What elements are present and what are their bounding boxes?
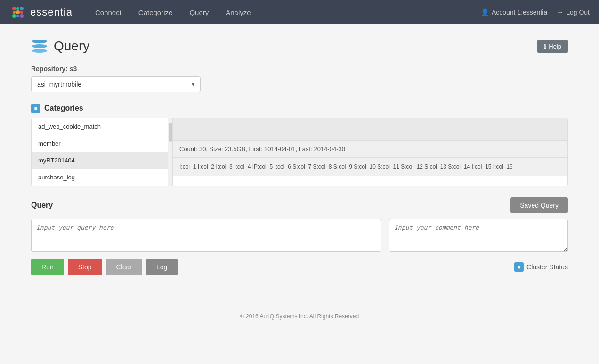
category-item-active[interactable]: myRT201404 xyxy=(32,152,172,169)
help-button[interactable]: ℹ Help xyxy=(537,40,568,53)
database-icon xyxy=(31,39,48,54)
run-button[interactable]: Run xyxy=(31,259,64,275)
cluster-status-wrap[interactable]: ■ Cluster Status xyxy=(514,262,568,272)
cluster-status-icon: ■ xyxy=(514,262,524,272)
nav-links: Connect Categorize Query Analyze xyxy=(87,0,481,24)
nav-connect[interactable]: Connect xyxy=(87,0,130,24)
logout-label: Log Out xyxy=(566,8,590,16)
scrollbar-thumb[interactable] xyxy=(169,123,172,142)
svg-point-1 xyxy=(20,7,24,10)
categories-panel: ad_web_cookie_match member myRT201404 pu… xyxy=(31,118,568,186)
category-item[interactable]: ad_web_cookie_match xyxy=(32,118,172,135)
log-button[interactable]: Log xyxy=(146,259,178,275)
info-top-empty xyxy=(173,118,567,141)
nav-query[interactable]: Query xyxy=(181,0,217,24)
categories-title: Categories xyxy=(44,104,83,113)
saved-query-button[interactable]: Saved Query xyxy=(510,197,568,213)
nav-analyze[interactable]: Analyze xyxy=(217,0,259,24)
svg-point-5 xyxy=(16,7,19,10)
brand[interactable]: essentia xyxy=(9,4,73,21)
logout-icon: → xyxy=(557,8,563,16)
navbar: essentia Connect Categorize Query Analyz… xyxy=(0,0,599,24)
nav-categorize[interactable]: Categorize xyxy=(130,0,181,24)
svg-point-3 xyxy=(20,14,24,18)
svg-point-8 xyxy=(16,15,19,17)
query-section-header: Query Saved Query xyxy=(31,197,568,213)
nav-right: 👤 Account 1:essentia → Log Out xyxy=(481,8,590,16)
help-label: Help xyxy=(549,43,561,50)
brand-name: essentia xyxy=(30,6,73,18)
svg-point-2 xyxy=(12,14,16,18)
cluster-status-label: Cluster Status xyxy=(526,263,568,271)
categories-header: ■ Categories xyxy=(31,104,568,113)
page-title: Query xyxy=(54,39,89,54)
query-input[interactable] xyxy=(31,219,381,252)
footer-text: © 2016 AuriQ Systems Inc. All Rights Res… xyxy=(240,313,359,320)
clear-button[interactable]: Clear xyxy=(106,259,142,275)
account-link[interactable]: 👤 Account 1:essentia xyxy=(481,8,547,16)
scrollbar-track[interactable] xyxy=(168,118,172,186)
category-list-wrap: ad_web_cookie_match member myRT201404 pu… xyxy=(32,118,173,186)
category-info: Count: 30, Size: 23.5GB, First: 2014-04-… xyxy=(173,118,567,186)
category-item[interactable]: member xyxy=(32,135,172,152)
info-icon: ℹ xyxy=(544,43,546,50)
info-count: Count: 30, Size: 23.5GB, First: 2014-04-… xyxy=(173,141,567,158)
repository-label: Repository: s3 xyxy=(31,65,568,73)
account-label: Account 1:essentia xyxy=(492,8,547,16)
page-title-wrap: Query xyxy=(31,39,89,54)
repository-select-wrap: asi_myrtmobile ▼ xyxy=(31,76,201,92)
info-columns: I:col_1 I:col_2 I:col_3 I:col_4 IP:col_5… xyxy=(173,158,567,176)
svg-point-7 xyxy=(20,11,23,14)
svg-point-6 xyxy=(13,11,16,14)
svg-point-4 xyxy=(16,10,20,14)
category-item[interactable]: purchase_log xyxy=(32,169,172,186)
main-content: Query ℹ Help Repository: s3 asi_myrtmobi… xyxy=(17,24,582,285)
query-actions: Run Stop Clear Log ■ Cluster Status xyxy=(31,259,568,275)
user-icon: 👤 xyxy=(481,8,489,16)
comment-input[interactable] xyxy=(389,219,568,252)
category-list: ad_web_cookie_match member myRT201404 pu… xyxy=(32,118,172,186)
query-inputs xyxy=(31,219,568,252)
query-section-title: Query xyxy=(31,201,53,210)
repository-select[interactable]: asi_myrtmobile xyxy=(31,76,201,92)
svg-point-0 xyxy=(12,7,16,10)
categories-icon: ■ xyxy=(31,104,40,113)
footer: © 2016 AuriQ Systems Inc. All Rights Res… xyxy=(0,304,599,329)
stop-button[interactable]: Stop xyxy=(68,259,102,275)
logout-link[interactable]: → Log Out xyxy=(557,8,590,16)
page-header: Query ℹ Help xyxy=(31,39,568,54)
logo-icon xyxy=(9,4,26,21)
